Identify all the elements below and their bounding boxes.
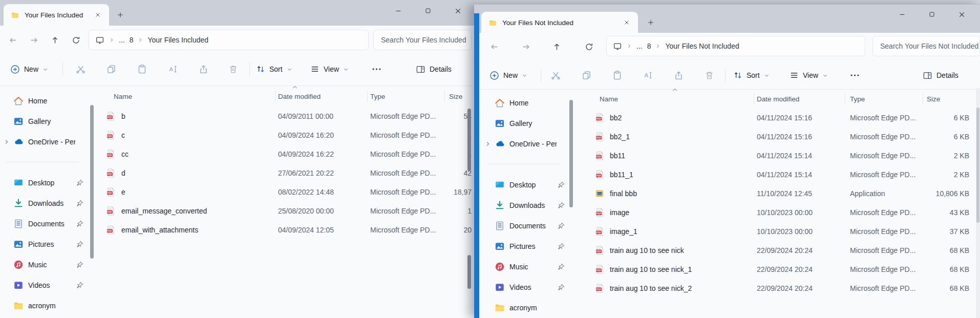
forward-button[interactable]	[25, 31, 42, 49]
minimize-button[interactable]	[384, 1, 413, 20]
file-row[interactable]: PDF e 08/02/2022 14:48 Microsoft Edge PD…	[0, 182, 476, 201]
file-date-modified: 11/10/2024 12:45	[757, 189, 812, 198]
sort-button[interactable]: Sort	[256, 55, 292, 83]
file-list-scrollbar[interactable]	[976, 108, 979, 223]
forward-button[interactable]	[517, 38, 535, 55]
tab-close-icon[interactable]	[621, 16, 633, 29]
file-row[interactable]: PDF bb2 04/11/2024 15:16 Microsoft Edge …	[474, 108, 980, 127]
paste-icon[interactable]	[137, 65, 147, 74]
refresh-button[interactable]	[580, 38, 598, 55]
column-type[interactable]: Type	[370, 93, 385, 100]
file-list-scrollbar[interactable]	[467, 255, 471, 289]
copy-icon[interactable]	[582, 71, 591, 80]
more-options-icon[interactable]	[372, 65, 381, 74]
sidebar-item[interactable]: acronym	[481, 298, 571, 318]
close-button[interactable]	[443, 1, 473, 20]
file-row[interactable]: PDF train aug 10 to see nick_2 22/09/202…	[474, 279, 980, 298]
file-row[interactable]: PDF c 04/09/2024 16:20 Microsoft Edge PD…	[0, 125, 476, 144]
delete-icon[interactable]	[705, 71, 714, 80]
breadcrumb-current[interactable]: Your Files Not Included	[665, 42, 739, 50]
file-date-modified: 04/11/2024 15:16	[757, 114, 812, 122]
column-size[interactable]: Size	[449, 93, 462, 100]
share-icon[interactable]	[199, 65, 208, 74]
file-size: 43 KB	[908, 208, 969, 217]
file-row[interactable]: PDF train aug 10 to see nick 22/09/2024 …	[474, 241, 980, 260]
rename-icon[interactable]: A	[643, 71, 653, 80]
maximize-button[interactable]	[413, 1, 443, 20]
sidebar-item[interactable]: Music	[0, 255, 90, 275]
column-name[interactable]: Name	[600, 95, 618, 103]
sidebar-scrollbar[interactable]	[569, 100, 573, 207]
column-date-modified[interactable]: Date modified	[757, 95, 799, 103]
view-button[interactable]: View	[310, 55, 349, 83]
up-button[interactable]	[548, 38, 565, 55]
share-icon[interactable]	[674, 71, 684, 80]
cut-icon[interactable]	[551, 71, 561, 80]
sidebar-scrollbar[interactable]	[90, 105, 94, 259]
list-header: Name Date modified Type Size	[474, 92, 980, 105]
sidebar-item[interactable]: Videos	[0, 275, 90, 295]
file-row[interactable]: PDF cc 04/09/2024 16:22 Microsoft Edge P…	[0, 144, 476, 163]
breadcrumb-folder[interactable]: 8	[647, 42, 651, 50]
file-row[interactable]: PDF train aug 10 to see nick_1 22/09/202…	[474, 260, 980, 279]
tab-your-files-included[interactable]: Your Files Included	[4, 4, 109, 26]
this-pc-icon[interactable]	[95, 36, 104, 45]
close-button[interactable]	[947, 5, 976, 24]
cut-icon[interactable]	[76, 65, 86, 74]
refresh-button[interactable]	[67, 31, 84, 49]
file-name: bb11_1	[610, 171, 633, 179]
file-row[interactable]: PDF bb2_1 04/11/2024 15:16 Microsoft Edg…	[474, 127, 980, 146]
breadcrumb-ellipsis[interactable]: ...	[636, 42, 643, 50]
breadcrumb-current[interactable]: Your Files Included	[147, 36, 208, 44]
address-bar[interactable]: ... 8 Your Files Not Included	[606, 36, 865, 56]
file-name: image_1	[610, 227, 637, 236]
view-button[interactable]: View	[790, 61, 828, 89]
search-input[interactable]: Search Your Files Included	[373, 30, 472, 50]
file-date-modified: 04/09/2011 00:00	[278, 112, 333, 120]
explorer-window-not-included: Your Files Not Included ... 8 Your Files…	[474, 4, 980, 318]
new-tab-button[interactable]	[644, 16, 657, 29]
new-button[interactable]: New	[489, 61, 527, 89]
file-row[interactable]: PDF b 04/09/2011 00:00 Microsoft Edge PD…	[0, 107, 476, 125]
breadcrumb-folder[interactable]: 8	[130, 36, 134, 44]
copy-icon[interactable]	[106, 65, 116, 74]
column-date-modified[interactable]: Date modified	[278, 93, 321, 100]
breadcrumb-ellipsis[interactable]: ...	[119, 36, 125, 44]
this-pc-icon[interactable]	[613, 42, 622, 51]
file-row[interactable]: PDF bb11_1 04/11/2024 15:14 Microsoft Ed…	[474, 165, 980, 184]
file-row[interactable]: final bbb 11/10/2024 12:45 Application 1…	[474, 184, 980, 203]
file-size: 18,97	[413, 188, 472, 196]
column-name[interactable]: Name	[114, 93, 132, 100]
rename-icon[interactable]: A	[168, 65, 178, 74]
file-row[interactable]: PDF email_with_attachments 04/09/2024 12…	[0, 220, 476, 239]
minimize-button[interactable]	[887, 5, 917, 24]
folder-icon	[495, 303, 505, 313]
sort-button[interactable]: Sort	[733, 61, 770, 89]
file-row[interactable]: PDF image_1 10/10/2023 00:00 Microsoft E…	[474, 222, 980, 241]
new-tab-button[interactable]	[114, 8, 127, 22]
back-button[interactable]	[4, 31, 22, 49]
pdf-icon: PDF	[595, 170, 604, 179]
file-name: e	[121, 188, 125, 196]
column-type[interactable]: Type	[850, 95, 865, 103]
back-button[interactable]	[485, 38, 503, 55]
tab-close-icon[interactable]	[92, 9, 104, 21]
file-list-scrollbar[interactable]	[467, 109, 471, 171]
sidebar-item[interactable]: acronym	[0, 295, 90, 316]
address-bar[interactable]: ... 8 Your Files Included	[89, 30, 369, 50]
delete-icon[interactable]	[228, 65, 238, 74]
more-options-icon[interactable]	[850, 71, 860, 80]
file-row[interactable]: PDF email_message_converted 25/08/2020 0…	[0, 201, 476, 220]
file-row[interactable]: PDF bb11 04/11/2024 15:14 Microsoft Edge…	[474, 146, 980, 165]
tab-your-files-not-included[interactable]: Your Files Not Included	[481, 12, 638, 33]
details-button[interactable]: Details	[923, 61, 958, 89]
file-row[interactable]: PDF d 27/06/2021 20:22 Microsoft Edge PD…	[0, 163, 476, 182]
file-row[interactable]: PDF image 10/10/2023 00:00 Microsoft Edg…	[474, 203, 980, 222]
paste-icon[interactable]	[612, 71, 622, 80]
search-input[interactable]: Search Your Files Not Included	[872, 36, 980, 56]
column-size[interactable]: Size	[927, 95, 940, 103]
new-button[interactable]: New	[10, 55, 48, 83]
details-button[interactable]: Details	[416, 55, 452, 83]
up-button[interactable]	[46, 31, 63, 49]
maximize-button[interactable]	[917, 5, 947, 24]
